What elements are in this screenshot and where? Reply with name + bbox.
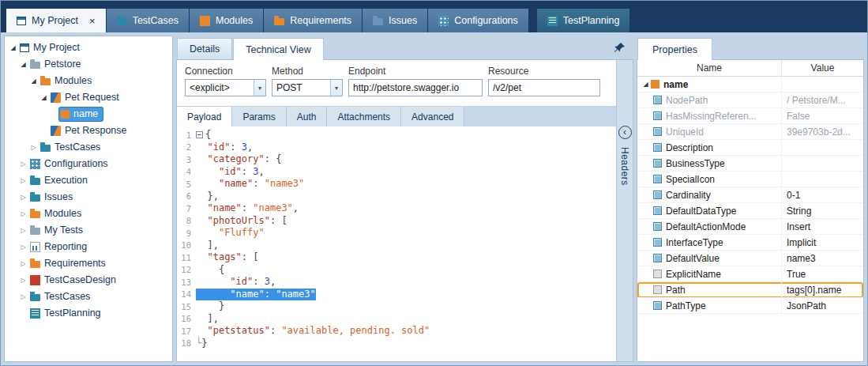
property-row-interfacetype[interactable]: InterfaceTypeImplicit [637,235,863,251]
detail-tab-details[interactable]: Details [177,38,232,59]
editor-line[interactable]: 15 } [177,300,616,313]
expand-arrow-icon[interactable]: ▷ [18,244,28,251]
editor-line[interactable]: 11 "tags": [ [177,251,616,264]
expand-arrow-icon[interactable]: ▷ [18,261,28,267]
collapse-headers-button[interactable]: ‹ [618,126,632,139]
property-root-row[interactable]: ◢name [637,77,863,92]
tree-item-issues[interactable]: ▷Issues [5,189,172,206]
property-value[interactable]: 0-1 [781,187,863,203]
window-tab-issues[interactable]: Issues [363,9,427,32]
payload-tab-auth[interactable]: Auth [287,107,328,126]
expand-arrow-icon[interactable]: ▷ [18,211,28,217]
property-row-explicitname[interactable]: ExplicitNameTrue [637,266,863,282]
property-row-defaultdatatype[interactable]: DefaultDataTypeString [637,203,863,219]
fold-collapse-icon[interactable]: − [196,131,203,138]
editor-line[interactable]: 12 { [177,264,616,277]
editor-line[interactable]: 9 "Fluffy" [177,227,616,240]
editor-line[interactable]: 10 ], [177,240,616,252]
property-row-pathtype[interactable]: PathTypeJsonPath [637,298,863,314]
collapse-arrow-icon[interactable]: ◢ [8,45,18,51]
tree-item-name[interactable]: name [5,106,172,123]
collapse-arrow-icon[interactable]: ◢ [18,62,28,68]
expand-arrow-icon[interactable]: ▷ [18,178,28,184]
tree-item-testcases[interactable]: ▷TestCases [5,139,172,156]
property-row-specialicon[interactable]: SpecialIcon [637,172,863,187]
editor-line[interactable]: 6 }, [177,191,616,203]
chevron-down-icon[interactable]: ▾ [330,80,342,96]
editor-line[interactable]: 2 "id": 3, [177,141,616,154]
expand-arrow-icon[interactable]: ▷ [18,228,28,234]
property-value[interactable]: JsonPath [781,298,863,314]
method-select[interactable]: POST ▾ [272,79,343,96]
property-value[interactable]: tags[0].name [781,282,863,298]
editor-line[interactable]: 16 ], [177,313,616,326]
property-value[interactable] [781,140,863,156]
window-tab-testcases[interactable]: TestCases [107,9,189,32]
expand-arrow-icon[interactable]: ▷ [18,194,28,201]
detail-tab-technical-view[interactable]: Technical View [233,38,323,60]
tree-item-testcasedesign[interactable]: ▷TestCaseDesign [5,272,172,289]
tree-item-execution[interactable]: ▷Execution [5,172,172,189]
property-value[interactable] [781,77,863,92]
property-row-description[interactable]: Description [637,140,863,156]
payload-tab-attachments[interactable]: Attachments [327,107,401,126]
property-row-cardinality[interactable]: Cardinality0-1 [637,187,863,203]
tree-item-pet-request[interactable]: ◢Pet Request [5,89,172,106]
chevron-down-icon[interactable]: ▾ [254,80,265,96]
expand-arrow-icon[interactable]: ▷ [28,145,39,151]
property-row-uniqueid[interactable]: UniqueId39e9703b-2d... [637,124,863,140]
property-value[interactable]: Implicit [781,235,863,251]
property-value[interactable]: Insert [781,219,863,235]
tree-item-petstore[interactable]: ◢Petstore [5,56,172,73]
editor-line[interactable]: 18└} [177,338,616,350]
tree-item-pet-response[interactable]: Pet Response [5,123,172,139]
close-tab-icon[interactable]: × [89,16,96,26]
property-row-path[interactable]: Pathtags[0].name [637,282,863,298]
property-value[interactable]: 39e9703b-2d... [781,124,863,140]
window-tab-modules[interactable]: Modules [190,9,263,32]
tree-item-modules[interactable]: ◢Modules [5,73,172,89]
editor-line[interactable]: 4 "id": 3, [177,166,616,179]
window-tab-my-project[interactable]: My Project× [6,9,106,32]
expand-arrow-icon[interactable]: ▷ [18,277,28,284]
tree-item-reporting[interactable]: ▷Reporting [5,239,172,255]
editor-line[interactable]: 5 "name": "name3" [177,178,616,191]
collapse-arrow-icon[interactable]: ◢ [641,81,651,88]
property-value[interactable]: True [781,266,863,282]
window-tab-configurations[interactable]: Configurations [428,9,528,32]
property-row-hasmissingreferen[interactable]: HasMissingReferen...False [637,108,863,124]
tree-item-configurations[interactable]: ▷Configurations [5,156,172,172]
window-tab-testplanning[interactable]: TestPlanning [537,9,630,32]
payload-tab-advanced[interactable]: Advanced [401,107,464,126]
connection-select[interactable]: <explicit> ▾ [185,79,266,96]
property-row-nodepath[interactable]: NodePath/ Petstore/M... [637,92,863,108]
endpoint-input[interactable]: http://petstore.swagger.io [348,79,483,96]
payload-tab-params[interactable]: Params [232,107,286,126]
property-row-defaultactionmode[interactable]: DefaultActionModeInsert [637,219,863,235]
tree-item-modules[interactable]: ▷Modules [5,206,172,222]
editor-line[interactable]: 7 "name": "name3", [177,202,616,215]
editor-line[interactable]: 1−{ [177,129,616,141]
property-row-businesstype[interactable]: BusinessType [637,156,863,172]
window-tab-requirements[interactable]: Requirements [264,9,362,32]
property-value[interactable] [781,156,863,172]
tree-item-my-project[interactable]: ◢My Project [5,40,172,56]
property-row-defaultvalue[interactable]: DefaultValuename3 [637,251,863,266]
editor-line[interactable]: 3 "category": { [177,153,616,166]
editor-line[interactable]: 13 "id": 3, [177,276,616,289]
tree-item-testplanning[interactable]: TestPlanning [5,305,172,322]
tree-item-requirements[interactable]: ▷Requirements [5,255,172,272]
payload-editor[interactable]: 1−{2 "id": 3,3 "category": {4 "id": 3,5 … [177,126,616,361]
collapse-arrow-icon[interactable]: ◢ [39,95,49,101]
expand-arrow-icon[interactable]: ▷ [18,161,28,168]
pin-icon[interactable] [614,42,626,55]
tree-item-testcases[interactable]: ▷TestCases [5,289,172,305]
property-value[interactable] [781,172,863,187]
expand-arrow-icon[interactable]: ▷ [18,294,28,300]
editor-line[interactable]: 8 "photoUrls": [ [177,215,616,228]
headers-strip[interactable]: ‹ Headers [616,60,633,361]
payload-tab-payload[interactable]: Payload [177,107,232,126]
property-value[interactable]: False [781,108,863,124]
resource-input[interactable]: /v2/pet [488,79,600,96]
tab-properties[interactable]: Properties [637,38,712,60]
